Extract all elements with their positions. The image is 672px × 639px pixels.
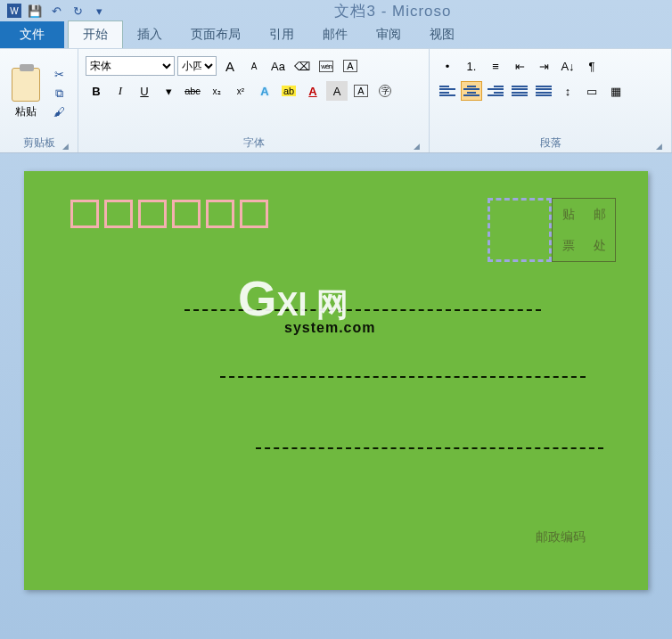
bold-button[interactable]: B <box>86 81 107 101</box>
tab-review[interactable]: 审阅 <box>362 21 415 48</box>
stamp-char: 邮 <box>594 207 606 223</box>
redo-icon[interactable]: ↻ <box>70 3 86 19</box>
quick-access-toolbar: W 💾 ↶ ↻ ▾ <box>0 1 114 20</box>
stamp-placeholder <box>488 198 552 262</box>
format-painter-icon[interactable]: 🖌 <box>50 104 68 120</box>
tab-view[interactable]: 视图 <box>415 21 469 48</box>
clipboard-icon <box>12 68 40 102</box>
stamp-char: 处 <box>594 238 606 254</box>
sort-button[interactable]: A↓ <box>557 56 578 76</box>
bullets-button[interactable]: • <box>437 56 458 76</box>
qat-dropdown-icon[interactable]: ▾ <box>91 3 107 19</box>
copy-icon[interactable]: ⧉ <box>50 86 68 102</box>
strike-button[interactable]: abc <box>182 81 203 101</box>
address-line[interactable] <box>220 376 586 378</box>
postcode-box[interactable] <box>172 200 201 228</box>
underline-button[interactable]: U <box>134 81 155 101</box>
numbering-button[interactable]: 1. <box>461 56 482 76</box>
tab-layout[interactable]: 页面布局 <box>176 21 255 48</box>
font-group-label: 字体◢ <box>86 134 422 151</box>
address-line[interactable] <box>256 447 603 449</box>
line-spacing-button[interactable]: ↕ <box>557 81 578 101</box>
stamp-area: 贴 邮 票 处 <box>488 198 616 262</box>
postcode-box[interactable] <box>138 200 167 228</box>
italic-button[interactable]: I <box>110 81 131 101</box>
paste-button[interactable]: 粘贴 <box>7 53 45 134</box>
postcode-box[interactable] <box>104 200 133 228</box>
subscript-button[interactable]: x₂ <box>206 81 227 101</box>
distribute-button[interactable] <box>533 81 554 101</box>
tab-insert[interactable]: 插入 <box>123 21 176 48</box>
group-clipboard: 粘贴 ✂ ⧉ 🖌 剪贴板◢ <box>0 49 78 152</box>
word-icon[interactable]: W <box>7 4 21 18</box>
save-icon[interactable]: 💾 <box>27 3 43 19</box>
enclose-char-button[interactable]: 字 <box>374 81 396 101</box>
clear-format-button[interactable]: ⌫ <box>291 56 313 76</box>
align-right-button[interactable] <box>485 81 506 101</box>
char-box-button[interactable]: A <box>350 81 372 101</box>
clipboard-launcher[interactable]: ◢ <box>62 142 69 151</box>
phonetic-button[interactable]: wén <box>316 56 337 76</box>
document-canvas[interactable]: 贴 邮 票 处 邮政编码 GXI 网 system.com <box>0 153 672 608</box>
stamp-label-box: 贴 邮 票 处 <box>552 198 616 262</box>
marks-button[interactable]: ¶ <box>581 56 602 76</box>
borders-button[interactable]: ▦ <box>605 81 627 101</box>
paragraph-group-label: 段落◢ <box>437 134 664 151</box>
ribbon-tabs: 文件 开始 插入 页面布局 引用 邮件 审阅 视图 <box>0 21 672 48</box>
align-center-button[interactable] <box>461 81 482 101</box>
justify-button[interactable] <box>509 81 530 101</box>
text-effects-button[interactable]: A <box>254 81 275 101</box>
tab-references[interactable]: 引用 <box>255 21 308 48</box>
multilevel-button[interactable]: ≡ <box>485 56 506 76</box>
postcode-box[interactable] <box>70 200 99 228</box>
stamp-char: 票 <box>562 238 575 254</box>
char-shading-button[interactable]: A <box>326 81 348 101</box>
cut-icon[interactable]: ✂ <box>50 67 68 83</box>
clipboard-group-label: 剪贴板◢ <box>7 134 70 151</box>
paragraph-launcher[interactable]: ◢ <box>656 142 662 151</box>
window-title: 文档3 - Microso <box>114 1 672 21</box>
undo-icon[interactable]: ↶ <box>48 3 64 19</box>
title-bar: W 💾 ↶ ↻ ▾ 文档3 - Microso <box>0 0 672 21</box>
envelope-page: 贴 邮 票 处 邮政编码 GXI 网 system.com <box>24 171 648 590</box>
postcode-box[interactable] <box>240 200 268 228</box>
font-size-combo[interactable]: 小四 <box>177 56 217 76</box>
stamp-char: 贴 <box>562 207 575 223</box>
group-font: 宋体 小四 A A Aa ⌫ wén A B I U ▾ abc x₂ x² A… <box>78 49 430 152</box>
grow-font-button[interactable]: A <box>219 56 241 76</box>
shrink-font-button[interactable]: A <box>243 56 265 76</box>
ribbon: 粘贴 ✂ ⧉ 🖌 剪贴板◢ 宋体 小四 A A Aa ⌫ wén A B <box>0 48 672 153</box>
paste-label: 粘贴 <box>15 104 37 119</box>
align-left-button[interactable] <box>437 81 458 101</box>
shading-button[interactable]: ▭ <box>581 81 602 101</box>
font-color-button[interactable]: A <box>302 81 324 101</box>
superscript-button[interactable]: x² <box>230 81 251 101</box>
group-paragraph: • 1. ≡ ⇤ ⇥ A↓ ¶ ↕ ▭ ▦ 段落◢ <box>430 49 672 152</box>
underline-dropdown[interactable]: ▾ <box>158 81 179 101</box>
dedent-button[interactable]: ⇤ <box>509 56 530 76</box>
indent-button[interactable]: ⇥ <box>533 56 554 76</box>
file-tab[interactable]: 文件 <box>0 21 64 48</box>
postcode-boxes <box>70 200 268 228</box>
font-name-combo[interactable]: 宋体 <box>86 56 175 76</box>
char-border-button[interactable]: A <box>340 56 361 76</box>
tab-mailings[interactable]: 邮件 <box>308 21 362 48</box>
change-case-button[interactable]: Aa <box>267 56 289 76</box>
font-launcher[interactable]: ◢ <box>414 142 420 151</box>
watermark: GXI 网 system.com <box>238 269 376 336</box>
postcode-label: 邮政编码 <box>536 529 586 545</box>
highlight-button[interactable]: ab <box>278 81 299 101</box>
address-line[interactable] <box>184 309 541 311</box>
postcode-box[interactable] <box>206 200 234 228</box>
tab-home[interactable]: 开始 <box>68 20 123 48</box>
